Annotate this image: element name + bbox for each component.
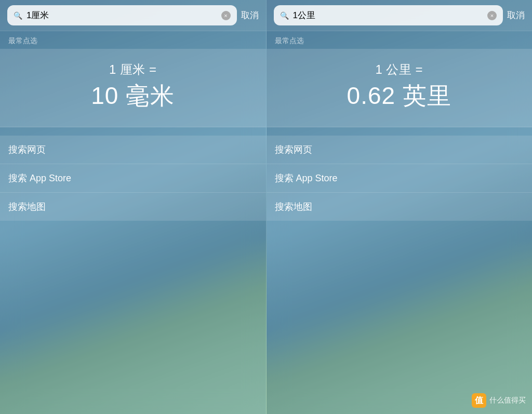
right-conversion-equation: 1 公里 = <box>277 61 522 78</box>
left-conversion-result: 10 毫米 <box>10 80 256 112</box>
left-cancel-button[interactable]: 取消 <box>241 7 259 23</box>
right-search-options: 搜索网页 搜索 App Store 搜索地图 <box>267 136 533 221</box>
right-section-label: 最常点选 <box>267 31 533 49</box>
right-conversion-card: 1 公里 = 0.62 英里 <box>267 49 533 127</box>
right-panel: 🔍 1公里 × 取消 最常点选 1 公里 = 0.62 英里 搜索网页 搜索 A… <box>266 0 533 414</box>
left-panel: 🔍 1厘米 × 取消 最常点选 1 厘米 = 10 毫米 搜索网页 搜索 App… <box>0 0 266 414</box>
right-spacer <box>267 127 533 136</box>
left-search-web[interactable]: 搜索网页 <box>0 136 266 164</box>
left-search-input-wrapper[interactable]: 🔍 1厘米 × <box>7 5 237 25</box>
left-search-appstore[interactable]: 搜索 App Store <box>0 164 266 193</box>
left-clear-button[interactable]: × <box>221 11 231 20</box>
left-conversion-card: 1 厘米 = 10 毫米 <box>0 49 266 127</box>
watermark: 值 什么值得买 <box>472 393 526 408</box>
watermark-icon: 值 <box>472 393 486 408</box>
right-search-bar: 🔍 1公里 × 取消 <box>267 0 533 31</box>
left-conversion-equation: 1 厘米 = <box>10 61 256 78</box>
search-icon-right: 🔍 <box>280 11 289 20</box>
right-cancel-button[interactable]: 取消 <box>507 7 525 23</box>
search-icon-left: 🔍 <box>14 11 22 20</box>
right-clear-button[interactable]: × <box>487 11 497 20</box>
left-panel-content: 🔍 1厘米 × 取消 最常点选 1 厘米 = 10 毫米 搜索网页 搜索 App… <box>0 0 266 414</box>
right-panel-content: 🔍 1公里 × 取消 最常点选 1 公里 = 0.62 英里 搜索网页 搜索 A… <box>267 0 533 414</box>
watermark-text: 什么值得买 <box>489 396 526 405</box>
left-search-maps[interactable]: 搜索地图 <box>0 193 266 221</box>
right-search-input-wrapper[interactable]: 🔍 1公里 × <box>274 5 503 25</box>
left-search-text: 1厘米 <box>26 9 217 21</box>
right-search-appstore[interactable]: 搜索 App Store <box>267 164 533 193</box>
left-section-label: 最常点选 <box>0 31 266 49</box>
right-search-web[interactable]: 搜索网页 <box>267 136 533 164</box>
right-search-text: 1公里 <box>293 9 484 21</box>
right-search-maps[interactable]: 搜索地图 <box>267 193 533 221</box>
left-search-bar: 🔍 1厘米 × 取消 <box>0 0 266 31</box>
left-search-options: 搜索网页 搜索 App Store 搜索地图 <box>0 136 266 221</box>
left-spacer <box>0 127 266 136</box>
right-conversion-result: 0.62 英里 <box>277 80 522 112</box>
